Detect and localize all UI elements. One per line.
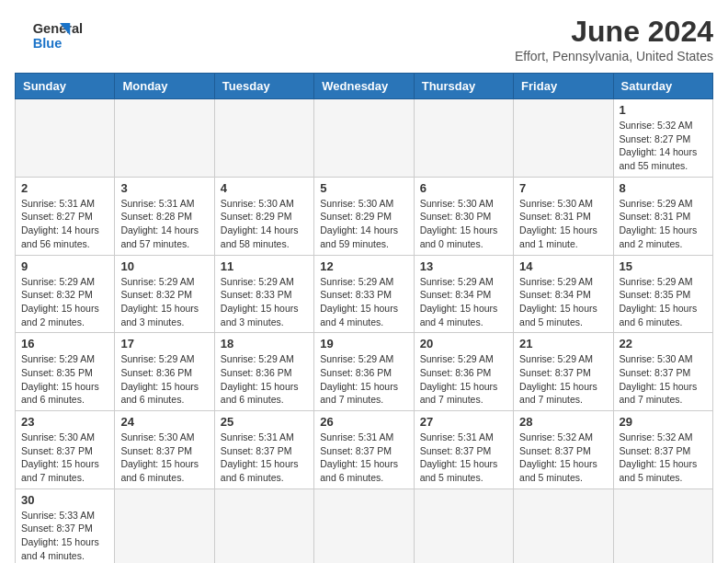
calendar-cell	[314, 99, 414, 178]
day-number: 22	[620, 337, 707, 350]
week-row-5: 23Sunrise: 5:30 AM Sunset: 8:37 PM Dayli…	[16, 411, 713, 489]
calendar-cell	[115, 488, 214, 563]
calendar-cell: 19Sunrise: 5:29 AM Sunset: 8:36 PM Dayli…	[314, 333, 414, 411]
day-info: Sunrise: 5:30 AM Sunset: 8:30 PM Dayligh…	[420, 197, 507, 251]
calendar-cell	[115, 99, 214, 178]
calendar-cell: 28Sunrise: 5:32 AM Sunset: 8:37 PM Dayli…	[514, 411, 613, 489]
day-info: Sunrise: 5:29 AM Sunset: 8:35 PM Dayligh…	[620, 275, 707, 329]
calendar-cell: 7Sunrise: 5:30 AM Sunset: 8:31 PM Daylig…	[514, 177, 613, 255]
svg-text:Blue: Blue	[33, 36, 63, 51]
day-number: 2	[21, 181, 108, 195]
weekday-header-thursday: Thursday	[414, 74, 513, 99]
day-info: Sunrise: 5:29 AM Sunset: 8:36 PM Dayligh…	[120, 352, 208, 407]
calendar-cell: 2Sunrise: 5:31 AM Sunset: 8:27 PM Daylig…	[16, 177, 115, 255]
day-number: 12	[320, 259, 407, 273]
calendar-cell: 24Sunrise: 5:30 AM Sunset: 8:37 PM Dayli…	[115, 411, 214, 489]
day-number: 18	[221, 337, 308, 350]
day-number: 21	[519, 337, 607, 350]
logo: General Blue	[15, 15, 88, 56]
day-number: 27	[420, 415, 507, 429]
location-subtitle: Effort, Pennsylvania, United States	[515, 49, 713, 63]
weekday-header-friday: Friday	[514, 74, 613, 99]
day-number: 13	[420, 259, 507, 273]
day-info: Sunrise: 5:29 AM Sunset: 8:33 PM Dayligh…	[320, 275, 407, 329]
day-number: 6	[420, 181, 507, 195]
day-info: Sunrise: 5:29 AM Sunset: 8:34 PM Dayligh…	[420, 275, 507, 329]
day-info: Sunrise: 5:30 AM Sunset: 8:31 PM Dayligh…	[519, 197, 607, 251]
weekday-header-monday: Monday	[115, 74, 214, 99]
day-info: Sunrise: 5:30 AM Sunset: 8:37 PM Dayligh…	[120, 431, 208, 485]
day-number: 1	[620, 103, 707, 117]
day-number: 16	[21, 337, 108, 350]
weekday-header-row: SundayMondayTuesdayWednesdayThursdayFrid…	[16, 74, 713, 99]
day-info: Sunrise: 5:30 AM Sunset: 8:37 PM Dayligh…	[620, 352, 707, 407]
calendar-cell	[613, 488, 712, 563]
calendar-cell: 9Sunrise: 5:29 AM Sunset: 8:32 PM Daylig…	[16, 255, 115, 333]
day-info: Sunrise: 5:31 AM Sunset: 8:28 PM Dayligh…	[120, 197, 208, 251]
day-number: 30	[21, 493, 108, 507]
day-info: Sunrise: 5:31 AM Sunset: 8:37 PM Dayligh…	[320, 431, 407, 485]
day-info: Sunrise: 5:30 AM Sunset: 8:29 PM Dayligh…	[320, 197, 407, 251]
weekday-header-tuesday: Tuesday	[214, 74, 313, 99]
calendar-cell: 4Sunrise: 5:30 AM Sunset: 8:29 PM Daylig…	[214, 177, 313, 255]
day-info: Sunrise: 5:31 AM Sunset: 8:37 PM Dayligh…	[221, 431, 308, 485]
calendar-table: SundayMondayTuesdayWednesdayThursdayFrid…	[15, 73, 713, 563]
day-number: 23	[21, 415, 108, 429]
logo-icon: General Blue	[15, 15, 88, 56]
calendar-cell: 14Sunrise: 5:29 AM Sunset: 8:34 PM Dayli…	[514, 255, 613, 333]
svg-text:General: General	[33, 21, 83, 36]
day-info: Sunrise: 5:32 AM Sunset: 8:37 PM Dayligh…	[519, 431, 607, 485]
day-info: Sunrise: 5:32 AM Sunset: 8:37 PM Dayligh…	[620, 431, 707, 485]
day-info: Sunrise: 5:29 AM Sunset: 8:36 PM Dayligh…	[420, 352, 507, 407]
calendar-cell: 12Sunrise: 5:29 AM Sunset: 8:33 PM Dayli…	[314, 255, 414, 333]
week-row-6: 30Sunrise: 5:33 AM Sunset: 8:37 PM Dayli…	[16, 488, 713, 563]
day-info: Sunrise: 5:29 AM Sunset: 8:37 PM Dayligh…	[519, 352, 607, 407]
day-info: Sunrise: 5:30 AM Sunset: 8:29 PM Dayligh…	[221, 197, 308, 251]
calendar-cell: 26Sunrise: 5:31 AM Sunset: 8:37 PM Dayli…	[314, 411, 414, 489]
day-info: Sunrise: 5:29 AM Sunset: 8:32 PM Dayligh…	[21, 275, 108, 329]
calendar-cell	[514, 488, 613, 563]
day-number: 25	[221, 415, 308, 429]
calendar-cell: 6Sunrise: 5:30 AM Sunset: 8:30 PM Daylig…	[414, 177, 513, 255]
day-info: Sunrise: 5:29 AM Sunset: 8:34 PM Dayligh…	[519, 275, 607, 329]
day-info: Sunrise: 5:30 AM Sunset: 8:37 PM Dayligh…	[21, 431, 108, 485]
calendar-cell: 5Sunrise: 5:30 AM Sunset: 8:29 PM Daylig…	[314, 177, 414, 255]
day-number: 20	[420, 337, 507, 350]
calendar-cell: 25Sunrise: 5:31 AM Sunset: 8:37 PM Dayli…	[214, 411, 313, 489]
calendar-cell	[314, 488, 414, 563]
day-number: 14	[519, 259, 607, 273]
day-info: Sunrise: 5:31 AM Sunset: 8:37 PM Dayligh…	[420, 431, 507, 485]
calendar-cell: 16Sunrise: 5:29 AM Sunset: 8:35 PM Dayli…	[16, 333, 115, 411]
day-number: 24	[120, 415, 208, 429]
day-number: 28	[519, 415, 607, 429]
calendar-cell: 27Sunrise: 5:31 AM Sunset: 8:37 PM Dayli…	[414, 411, 513, 489]
day-info: Sunrise: 5:33 AM Sunset: 8:37 PM Dayligh…	[21, 509, 108, 563]
weekday-header-sunday: Sunday	[16, 74, 115, 99]
calendar-cell	[414, 99, 513, 178]
day-number: 15	[620, 259, 707, 273]
calendar-cell: 29Sunrise: 5:32 AM Sunset: 8:37 PM Dayli…	[613, 411, 712, 489]
calendar-cell: 1Sunrise: 5:32 AM Sunset: 8:27 PM Daylig…	[613, 99, 712, 178]
day-number: 8	[620, 181, 707, 195]
page-header: General Blue June 2024 Effort, Pennsylva…	[15, 15, 713, 63]
calendar-cell: 22Sunrise: 5:30 AM Sunset: 8:37 PM Dayli…	[613, 333, 712, 411]
day-number: 5	[320, 181, 407, 195]
day-number: 4	[221, 181, 308, 195]
calendar-cell: 10Sunrise: 5:29 AM Sunset: 8:32 PM Dayli…	[115, 255, 214, 333]
day-info: Sunrise: 5:29 AM Sunset: 8:32 PM Dayligh…	[120, 275, 208, 329]
day-info: Sunrise: 5:29 AM Sunset: 8:35 PM Dayligh…	[21, 352, 108, 407]
day-info: Sunrise: 5:29 AM Sunset: 8:36 PM Dayligh…	[320, 352, 407, 407]
week-row-3: 9Sunrise: 5:29 AM Sunset: 8:32 PM Daylig…	[16, 255, 713, 333]
week-row-4: 16Sunrise: 5:29 AM Sunset: 8:35 PM Dayli…	[16, 333, 713, 411]
day-info: Sunrise: 5:31 AM Sunset: 8:27 PM Dayligh…	[21, 197, 108, 251]
calendar-cell: 18Sunrise: 5:29 AM Sunset: 8:36 PM Dayli…	[214, 333, 313, 411]
day-info: Sunrise: 5:32 AM Sunset: 8:27 PM Dayligh…	[620, 119, 707, 173]
weekday-header-wednesday: Wednesday	[314, 74, 414, 99]
day-number: 26	[320, 415, 407, 429]
day-info: Sunrise: 5:29 AM Sunset: 8:33 PM Dayligh…	[221, 275, 308, 329]
month-year-title: June 2024	[515, 15, 713, 49]
calendar-cell: 30Sunrise: 5:33 AM Sunset: 8:37 PM Dayli…	[16, 488, 115, 563]
day-number: 3	[120, 181, 208, 195]
day-number: 9	[21, 259, 108, 273]
calendar-cell: 21Sunrise: 5:29 AM Sunset: 8:37 PM Dayli…	[514, 333, 613, 411]
